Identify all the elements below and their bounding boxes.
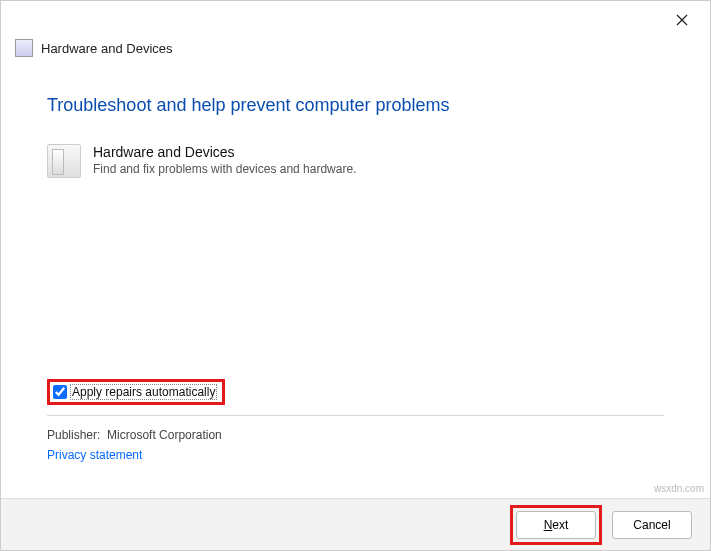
troubleshooter-icon [15,39,33,57]
content-area: Troubleshoot and help prevent computer p… [1,67,710,178]
next-button-rest: ext [552,518,568,532]
apply-repairs-label[interactable]: Apply repairs automatically [71,385,216,399]
options-block: Apply repairs automatically Publisher: M… [47,379,664,462]
checkbox-highlight: Apply repairs automatically [47,379,225,405]
close-icon [676,14,688,26]
window-header: Hardware and Devices [1,39,710,67]
publisher-label: Publisher: [47,428,100,442]
category-title: Hardware and Devices [93,144,356,160]
footer-bar: Next Cancel [1,498,710,550]
next-button-highlight: Next [510,505,602,545]
cancel-button[interactable]: Cancel [612,511,692,539]
apply-repairs-checkbox[interactable] [53,385,67,399]
titlebar [1,1,710,39]
window-title: Hardware and Devices [41,41,173,56]
divider [47,415,664,416]
privacy-statement-link[interactable]: Privacy statement [47,448,664,462]
publisher-row: Publisher: Microsoft Corporation [47,428,664,442]
category-description: Find and fix problems with devices and h… [93,162,356,176]
attribution-text: wsxdn.com [654,483,704,494]
publisher-value: Microsoft Corporation [107,428,222,442]
checkbox-row: Apply repairs automatically [47,379,664,405]
page-heading: Troubleshoot and help prevent computer p… [47,95,664,116]
category-item[interactable]: Hardware and Devices Find and fix proble… [47,144,664,178]
next-button[interactable]: Next [516,511,596,539]
category-text: Hardware and Devices Find and fix proble… [93,144,356,176]
hardware-icon [47,144,81,178]
close-button[interactable] [668,6,696,34]
